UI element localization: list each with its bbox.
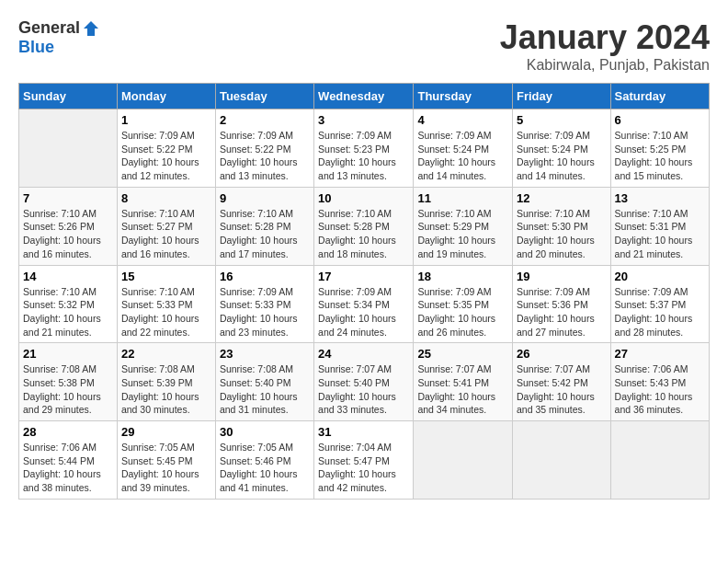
logo: General Blue xyxy=(18,18,100,57)
day-cell: 27Sunrise: 7:06 AMSunset: 5:43 PMDayligh… xyxy=(610,343,709,421)
day-number: 20 xyxy=(615,270,705,283)
day-number: 14 xyxy=(23,270,113,283)
day-number: 12 xyxy=(517,191,607,205)
logo-blue-text: Blue xyxy=(18,38,54,57)
day-info: Sunrise: 7:09 AMSunset: 5:24 PMDaylight:… xyxy=(517,129,607,183)
day-info: Sunrise: 7:07 AMSunset: 5:41 PMDaylight:… xyxy=(417,362,508,417)
day-number: 8 xyxy=(121,191,211,205)
day-info: Sunrise: 7:10 AMSunset: 5:32 PMDaylight:… xyxy=(23,285,113,339)
day-info: Sunrise: 7:09 AMSunset: 5:22 PMDaylight:… xyxy=(121,129,211,183)
day-info: Sunrise: 7:10 AMSunset: 5:29 PMDaylight:… xyxy=(417,207,508,261)
day-cell: 16Sunrise: 7:09 AMSunset: 5:33 PMDayligh… xyxy=(215,265,313,343)
day-number: 2 xyxy=(220,113,310,127)
day-number: 9 xyxy=(220,191,310,205)
header-day-thursday: Thursday xyxy=(414,84,513,109)
day-number: 23 xyxy=(220,347,310,361)
day-info: Sunrise: 7:10 AMSunset: 5:25 PMDaylight:… xyxy=(615,129,705,183)
header-day-monday: Monday xyxy=(117,84,215,109)
day-number: 16 xyxy=(220,270,310,283)
logo-general-text: General xyxy=(18,18,80,38)
day-info: Sunrise: 7:10 AMSunset: 5:26 PMDaylight:… xyxy=(23,207,113,261)
day-number: 4 xyxy=(417,113,508,127)
day-info: Sunrise: 7:08 AMSunset: 5:40 PMDaylight:… xyxy=(220,362,310,417)
day-info: Sunrise: 7:09 AMSunset: 5:22 PMDaylight:… xyxy=(220,129,310,183)
location: Kabirwala, Punjab, Pakistan xyxy=(500,57,710,74)
day-info: Sunrise: 7:09 AMSunset: 5:35 PMDaylight:… xyxy=(417,285,508,339)
header-day-tuesday: Tuesday xyxy=(215,84,313,109)
day-cell: 26Sunrise: 7:07 AMSunset: 5:42 PMDayligh… xyxy=(513,343,611,421)
day-number: 19 xyxy=(517,270,607,283)
header-day-friday: Friday xyxy=(513,84,611,109)
header-day-wednesday: Wednesday xyxy=(314,84,414,109)
day-info: Sunrise: 7:06 AMSunset: 5:43 PMDaylight:… xyxy=(615,362,705,417)
day-cell: 6Sunrise: 7:10 AMSunset: 5:25 PMDaylight… xyxy=(610,109,709,188)
day-info: Sunrise: 7:04 AMSunset: 5:47 PMDaylight:… xyxy=(318,441,409,495)
day-info: Sunrise: 7:09 AMSunset: 5:36 PMDaylight:… xyxy=(517,285,607,339)
day-info: Sunrise: 7:05 AMSunset: 5:45 PMDaylight:… xyxy=(121,441,211,495)
day-cell: 29Sunrise: 7:05 AMSunset: 5:45 PMDayligh… xyxy=(117,421,215,500)
day-info: Sunrise: 7:09 AMSunset: 5:33 PMDaylight:… xyxy=(220,285,310,339)
day-number: 24 xyxy=(318,347,409,361)
day-cell: 8Sunrise: 7:10 AMSunset: 5:27 PMDaylight… xyxy=(117,187,215,265)
day-cell: 14Sunrise: 7:10 AMSunset: 5:32 PMDayligh… xyxy=(19,265,118,343)
day-cell xyxy=(513,421,611,500)
day-info: Sunrise: 7:05 AMSunset: 5:46 PMDaylight:… xyxy=(220,441,310,495)
day-cell xyxy=(610,421,709,500)
month-title: January 2024 xyxy=(500,18,710,57)
day-cell: 25Sunrise: 7:07 AMSunset: 5:41 PMDayligh… xyxy=(414,343,513,421)
day-cell: 2Sunrise: 7:09 AMSunset: 5:22 PMDaylight… xyxy=(215,109,313,188)
day-cell: 17Sunrise: 7:09 AMSunset: 5:34 PMDayligh… xyxy=(314,265,414,343)
week-row-5: 28Sunrise: 7:06 AMSunset: 5:44 PMDayligh… xyxy=(19,421,710,500)
day-number: 30 xyxy=(220,425,310,439)
day-cell: 12Sunrise: 7:10 AMSunset: 5:30 PMDayligh… xyxy=(513,187,611,265)
day-info: Sunrise: 7:07 AMSunset: 5:40 PMDaylight:… xyxy=(318,362,409,417)
day-cell: 9Sunrise: 7:10 AMSunset: 5:28 PMDaylight… xyxy=(215,187,313,265)
day-number: 3 xyxy=(318,113,409,127)
header-row: SundayMondayTuesdayWednesdayThursdayFrid… xyxy=(19,84,710,109)
header-day-sunday: Sunday xyxy=(19,84,118,109)
day-number: 5 xyxy=(517,113,607,127)
day-number: 21 xyxy=(23,347,113,361)
header: General Blue January 2024 Kabirwala, Pun… xyxy=(18,18,710,74)
day-info: Sunrise: 7:09 AMSunset: 5:37 PMDaylight:… xyxy=(615,285,705,339)
day-number: 6 xyxy=(615,113,705,127)
calendar-table: SundayMondayTuesdayWednesdayThursdayFrid… xyxy=(18,83,710,500)
day-info: Sunrise: 7:08 AMSunset: 5:39 PMDaylight:… xyxy=(121,362,211,417)
day-number: 1 xyxy=(121,113,211,127)
day-info: Sunrise: 7:09 AMSunset: 5:23 PMDaylight:… xyxy=(318,129,409,183)
day-info: Sunrise: 7:06 AMSunset: 5:44 PMDaylight:… xyxy=(23,441,113,495)
day-number: 10 xyxy=(318,191,409,205)
day-number: 25 xyxy=(417,347,508,361)
day-number: 11 xyxy=(417,191,508,205)
day-cell: 31Sunrise: 7:04 AMSunset: 5:47 PMDayligh… xyxy=(314,421,414,500)
day-cell: 11Sunrise: 7:10 AMSunset: 5:29 PMDayligh… xyxy=(414,187,513,265)
day-info: Sunrise: 7:10 AMSunset: 5:27 PMDaylight:… xyxy=(121,207,211,261)
day-info: Sunrise: 7:10 AMSunset: 5:28 PMDaylight:… xyxy=(220,207,310,261)
day-cell: 3Sunrise: 7:09 AMSunset: 5:23 PMDaylight… xyxy=(314,109,414,188)
day-info: Sunrise: 7:10 AMSunset: 5:33 PMDaylight:… xyxy=(121,285,211,339)
day-number: 18 xyxy=(417,270,508,283)
day-info: Sunrise: 7:08 AMSunset: 5:38 PMDaylight:… xyxy=(23,362,113,417)
day-cell: 20Sunrise: 7:09 AMSunset: 5:37 PMDayligh… xyxy=(610,265,709,343)
day-cell: 23Sunrise: 7:08 AMSunset: 5:40 PMDayligh… xyxy=(215,343,313,421)
day-number: 17 xyxy=(318,270,409,283)
day-number: 26 xyxy=(517,347,607,361)
day-cell: 1Sunrise: 7:09 AMSunset: 5:22 PMDaylight… xyxy=(117,109,215,188)
day-info: Sunrise: 7:09 AMSunset: 5:34 PMDaylight:… xyxy=(318,285,409,339)
day-cell: 19Sunrise: 7:09 AMSunset: 5:36 PMDayligh… xyxy=(513,265,611,343)
day-number: 13 xyxy=(615,191,705,205)
day-cell: 5Sunrise: 7:09 AMSunset: 5:24 PMDaylight… xyxy=(513,109,611,188)
day-info: Sunrise: 7:10 AMSunset: 5:31 PMDaylight:… xyxy=(615,207,705,261)
header-day-saturday: Saturday xyxy=(610,84,709,109)
day-cell: 13Sunrise: 7:10 AMSunset: 5:31 PMDayligh… xyxy=(610,187,709,265)
week-row-4: 21Sunrise: 7:08 AMSunset: 5:38 PMDayligh… xyxy=(19,343,710,421)
day-info: Sunrise: 7:07 AMSunset: 5:42 PMDaylight:… xyxy=(517,362,607,417)
day-number: 22 xyxy=(121,347,211,361)
day-cell xyxy=(414,421,513,500)
day-cell: 10Sunrise: 7:10 AMSunset: 5:28 PMDayligh… xyxy=(314,187,414,265)
day-cell xyxy=(19,109,118,188)
day-cell: 22Sunrise: 7:08 AMSunset: 5:39 PMDayligh… xyxy=(117,343,215,421)
day-number: 7 xyxy=(23,191,113,205)
day-number: 15 xyxy=(121,270,211,283)
day-cell: 28Sunrise: 7:06 AMSunset: 5:44 PMDayligh… xyxy=(19,421,118,500)
